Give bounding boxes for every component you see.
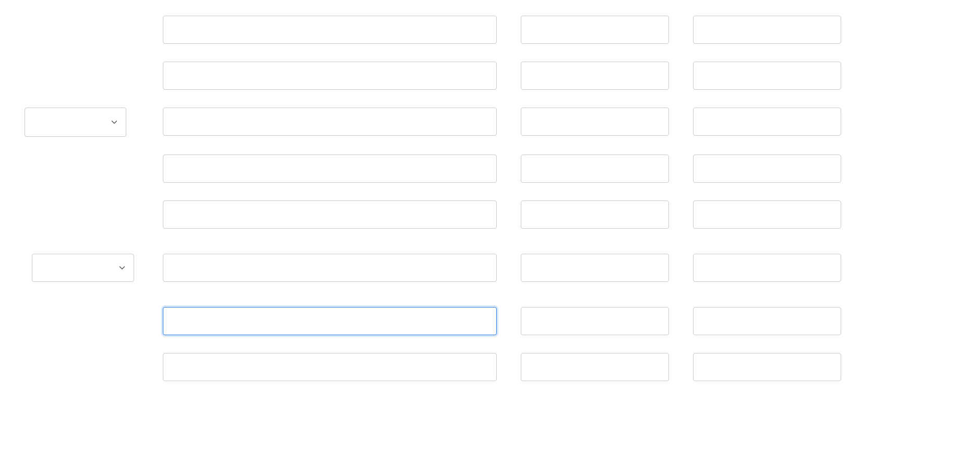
text-input-r8-c1[interactable] (163, 353, 497, 381)
cells (163, 16, 841, 44)
text-input-r4-c3[interactable] (693, 155, 841, 183)
text-input-r6-c1[interactable] (163, 254, 497, 282)
text-input-r7-c1[interactable] (163, 307, 497, 335)
text-input-r6-c2[interactable] (521, 254, 669, 282)
text-input-r4-c2[interactable] (521, 155, 669, 183)
text-input-r1-c1[interactable] (163, 16, 497, 44)
cells (163, 307, 841, 335)
text-input-r5-c3[interactable] (693, 200, 841, 229)
text-input-r5-c2[interactable] (521, 200, 669, 229)
form-row (25, 16, 980, 44)
text-input-r7-c3[interactable] (693, 307, 841, 335)
cells (163, 62, 841, 90)
text-input-r3-c3[interactable] (693, 108, 841, 136)
select-a[interactable] (25, 108, 126, 137)
text-input-r1-c2[interactable] (521, 16, 669, 44)
text-input-r3-c1[interactable] (163, 108, 497, 136)
select-wrap-a (25, 108, 126, 137)
cells (163, 108, 841, 136)
select-wrap-b (32, 254, 134, 282)
select-b[interactable] (32, 254, 134, 282)
text-input-r1-c3[interactable] (693, 16, 841, 44)
text-input-r7-c2[interactable] (521, 307, 669, 335)
cells (163, 155, 841, 183)
text-input-r2-c1[interactable] (163, 62, 497, 90)
form-row (25, 353, 980, 381)
cells (163, 200, 841, 229)
text-input-r2-c3[interactable] (693, 62, 841, 90)
cells (163, 254, 841, 282)
cells (163, 353, 841, 381)
form-row (25, 254, 980, 282)
form-row (25, 62, 980, 90)
form-row (25, 155, 980, 183)
left-column (25, 254, 163, 282)
text-input-r5-c1[interactable] (163, 200, 497, 229)
text-input-r8-c3[interactable] (693, 353, 841, 381)
text-input-r3-c2[interactable] (521, 108, 669, 136)
text-input-r6-c3[interactable] (693, 254, 841, 282)
form-row (25, 108, 980, 137)
form-row (25, 200, 980, 229)
text-input-r8-c2[interactable] (521, 353, 669, 381)
form-row (25, 307, 980, 335)
text-input-r4-c1[interactable] (163, 155, 497, 183)
text-input-r2-c2[interactable] (521, 62, 669, 90)
left-column (25, 108, 163, 137)
